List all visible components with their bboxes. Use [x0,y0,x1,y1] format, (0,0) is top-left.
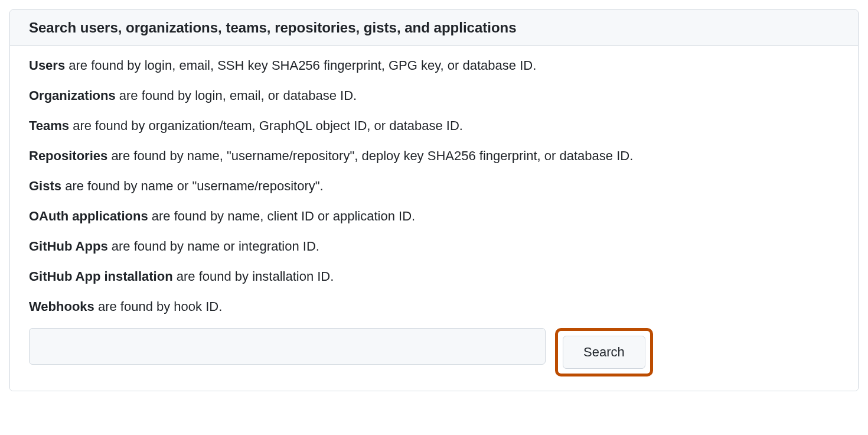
search-button[interactable]: Search [563,336,645,369]
help-desc-users: are found by login, email, SSH key SHA25… [65,58,536,73]
help-desc-oauth-applications: are found by name, client ID or applicat… [148,209,415,223]
help-desc-gists: are found by name or "username/repositor… [61,178,324,193]
help-line-github-apps: GitHub Apps are found by name or integra… [29,236,839,256]
panel-body: Users are found by login, email, SSH key… [10,46,858,391]
help-label-gists: Gists [29,178,61,193]
help-line-organizations: Organizations are found by login, email,… [29,86,839,105]
help-desc-webhooks: are found by hook ID. [94,299,222,314]
help-label-github-apps: GitHub Apps [29,239,108,254]
help-desc-github-apps: are found by name or integration ID. [108,239,319,254]
help-label-github-app-installation: GitHub App installation [29,269,173,284]
help-desc-teams: are found by organization/team, GraphQL … [69,118,463,133]
help-label-webhooks: Webhooks [29,299,94,314]
search-panel: Search users, organizations, teams, repo… [9,9,859,391]
help-desc-repositories: are found by name, "username/repository"… [107,148,633,163]
panel-header: Search users, organizations, teams, repo… [10,10,858,46]
help-desc-github-app-installation: are found by installation ID. [173,269,334,284]
search-row: Search [29,328,839,376]
panel-title: Search users, organizations, teams, repo… [29,20,839,36]
help-label-oauth-applications: OAuth applications [29,209,148,223]
help-label-organizations: Organizations [29,88,116,103]
help-line-webhooks: Webhooks are found by hook ID. [29,297,839,316]
help-label-repositories: Repositories [29,148,107,163]
help-label-teams: Teams [29,118,69,133]
search-button-highlight: Search [555,328,653,376]
help-line-users: Users are found by login, email, SSH key… [29,56,839,75]
help-line-gists: Gists are found by name or "username/rep… [29,176,839,196]
help-label-users: Users [29,58,65,73]
help-line-repositories: Repositories are found by name, "usernam… [29,146,839,165]
help-line-oauth-applications: OAuth applications are found by name, cl… [29,206,839,226]
help-line-teams: Teams are found by organization/team, Gr… [29,116,839,135]
help-line-github-app-installation: GitHub App installation are found by ins… [29,267,839,286]
help-desc-organizations: are found by login, email, or database I… [116,88,357,103]
search-input[interactable] [29,328,546,365]
